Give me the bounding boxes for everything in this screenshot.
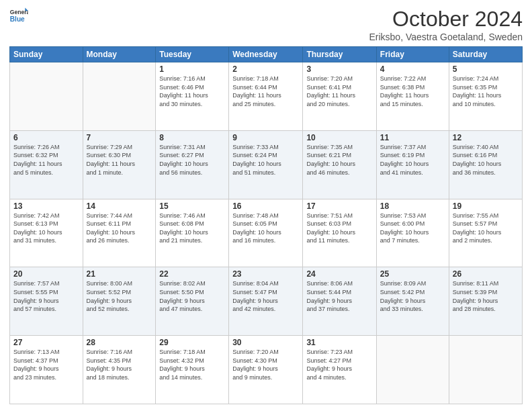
- calendar-week-row: 20Sunrise: 7:57 AM Sunset: 5:55 PM Dayli…: [10, 267, 523, 336]
- day-info: Sunrise: 7:35 AM Sunset: 6:21 PM Dayligh…: [306, 143, 372, 177]
- day-number: 29: [159, 338, 225, 347]
- col-header-thursday: Thursday: [303, 47, 376, 62]
- calendar-week-row: 13Sunrise: 7:42 AM Sunset: 6:13 PM Dayli…: [10, 199, 523, 267]
- page-header: General Blue October 2024 Eriksbo, Vaest…: [9, 7, 523, 42]
- day-number: 20: [13, 269, 79, 279]
- calendar-cell: 12Sunrise: 7:40 AM Sunset: 6:16 PM Dayli…: [449, 130, 522, 199]
- day-number: 25: [380, 269, 445, 279]
- day-number: 28: [87, 338, 152, 347]
- day-info: Sunrise: 7:31 AM Sunset: 6:27 PM Dayligh…: [159, 143, 225, 177]
- calendar-cell: 30Sunrise: 7:20 AM Sunset: 4:30 PM Dayli…: [229, 336, 303, 404]
- day-info: Sunrise: 7:44 AM Sunset: 6:11 PM Dayligh…: [87, 212, 152, 245]
- day-number: 10: [306, 133, 372, 142]
- calendar-cell: 16Sunrise: 7:48 AM Sunset: 6:05 PM Dayli…: [229, 199, 303, 267]
- day-number: 26: [453, 269, 519, 279]
- calendar-cell: [449, 336, 522, 404]
- day-number: 8: [159, 133, 225, 142]
- day-info: Sunrise: 7:24 AM Sunset: 6:35 PM Dayligh…: [453, 75, 519, 108]
- col-header-wednesday: Wednesday: [229, 47, 303, 62]
- day-number: 11: [380, 133, 445, 142]
- calendar-cell: [10, 62, 83, 131]
- day-number: 6: [13, 133, 79, 142]
- logo-icon: General Blue: [9, 7, 28, 26]
- calendar-cell: 27Sunrise: 7:13 AM Sunset: 4:37 PM Dayli…: [10, 336, 83, 404]
- day-number: 2: [232, 64, 299, 74]
- calendar-cell: 11Sunrise: 7:37 AM Sunset: 6:19 PM Dayli…: [376, 130, 449, 199]
- day-number: 9: [232, 133, 299, 142]
- day-info: Sunrise: 8:04 AM Sunset: 5:47 PM Dayligh…: [232, 279, 299, 313]
- day-number: 14: [87, 201, 152, 211]
- calendar-header-row: SundayMondayTuesdayWednesdayThursdayFrid…: [10, 47, 523, 62]
- day-number: 18: [380, 201, 445, 211]
- calendar-cell: 25Sunrise: 8:09 AM Sunset: 5:42 PM Dayli…: [376, 267, 449, 336]
- day-info: Sunrise: 8:06 AM Sunset: 5:44 PM Dayligh…: [306, 279, 372, 313]
- calendar-cell: 3Sunrise: 7:20 AM Sunset: 6:41 PM Daylig…: [303, 62, 376, 131]
- day-info: Sunrise: 7:22 AM Sunset: 6:38 PM Dayligh…: [380, 75, 445, 108]
- calendar-cell: 1Sunrise: 7:16 AM Sunset: 6:46 PM Daylig…: [156, 62, 229, 131]
- calendar-cell: 22Sunrise: 8:02 AM Sunset: 5:50 PM Dayli…: [156, 267, 229, 336]
- calendar-cell: 6Sunrise: 7:26 AM Sunset: 6:32 PM Daylig…: [10, 130, 83, 199]
- calendar-week-row: 1Sunrise: 7:16 AM Sunset: 6:46 PM Daylig…: [10, 62, 523, 131]
- day-info: Sunrise: 7:16 AM Sunset: 6:46 PM Dayligh…: [159, 75, 225, 108]
- day-info: Sunrise: 8:09 AM Sunset: 5:42 PM Dayligh…: [380, 279, 445, 313]
- day-number: 27: [13, 338, 79, 347]
- day-info: Sunrise: 7:33 AM Sunset: 6:24 PM Dayligh…: [232, 143, 299, 177]
- logo: General Blue: [9, 7, 28, 26]
- day-info: Sunrise: 7:23 AM Sunset: 4:27 PM Dayligh…: [306, 348, 372, 381]
- col-header-tuesday: Tuesday: [156, 47, 229, 62]
- calendar-cell: 28Sunrise: 7:16 AM Sunset: 4:35 PM Dayli…: [83, 336, 156, 404]
- calendar-cell: 26Sunrise: 8:11 AM Sunset: 5:39 PM Dayli…: [449, 267, 522, 336]
- location-subtitle: Eriksbo, Vaestra Goetaland, Sweden: [369, 32, 523, 42]
- calendar-cell: 29Sunrise: 7:18 AM Sunset: 4:32 PM Dayli…: [156, 336, 229, 404]
- day-info: Sunrise: 8:11 AM Sunset: 5:39 PM Dayligh…: [453, 279, 519, 313]
- calendar-cell: 9Sunrise: 7:33 AM Sunset: 6:24 PM Daylig…: [229, 130, 303, 199]
- calendar-cell: 7Sunrise: 7:29 AM Sunset: 6:30 PM Daylig…: [83, 130, 156, 199]
- day-info: Sunrise: 8:02 AM Sunset: 5:50 PM Dayligh…: [159, 279, 225, 313]
- day-number: 23: [232, 269, 299, 279]
- col-header-sunday: Sunday: [10, 47, 83, 62]
- day-number: 17: [306, 201, 372, 211]
- day-number: 7: [87, 133, 152, 142]
- day-info: Sunrise: 7:16 AM Sunset: 4:35 PM Dayligh…: [87, 348, 152, 381]
- day-info: Sunrise: 7:29 AM Sunset: 6:30 PM Dayligh…: [87, 143, 152, 177]
- day-info: Sunrise: 7:46 AM Sunset: 6:08 PM Dayligh…: [159, 212, 225, 245]
- calendar-cell: 8Sunrise: 7:31 AM Sunset: 6:27 PM Daylig…: [156, 130, 229, 199]
- day-number: 4: [380, 64, 445, 74]
- day-number: 24: [306, 269, 372, 279]
- calendar-week-row: 27Sunrise: 7:13 AM Sunset: 4:37 PM Dayli…: [10, 336, 523, 404]
- calendar-page: General Blue October 2024 Eriksbo, Vaest…: [0, 0, 532, 411]
- calendar-cell: 13Sunrise: 7:42 AM Sunset: 6:13 PM Dayli…: [10, 199, 83, 267]
- day-info: Sunrise: 7:26 AM Sunset: 6:32 PM Dayligh…: [13, 143, 79, 177]
- day-number: 3: [306, 64, 372, 74]
- col-header-saturday: Saturday: [449, 47, 522, 62]
- day-number: 15: [159, 201, 225, 211]
- calendar-cell: 17Sunrise: 7:51 AM Sunset: 6:03 PM Dayli…: [303, 199, 376, 267]
- day-info: Sunrise: 7:20 AM Sunset: 6:41 PM Dayligh…: [306, 75, 372, 108]
- col-header-friday: Friday: [376, 47, 449, 62]
- calendar-cell: 31Sunrise: 7:23 AM Sunset: 4:27 PM Dayli…: [303, 336, 376, 404]
- calendar-cell: 21Sunrise: 8:00 AM Sunset: 5:52 PM Dayli…: [83, 267, 156, 336]
- day-number: 5: [453, 64, 519, 74]
- day-info: Sunrise: 7:51 AM Sunset: 6:03 PM Dayligh…: [306, 212, 372, 245]
- day-info: Sunrise: 7:48 AM Sunset: 6:05 PM Dayligh…: [232, 212, 299, 245]
- calendar-table: SundayMondayTuesdayWednesdayThursdayFrid…: [9, 46, 523, 404]
- day-number: 31: [306, 338, 372, 347]
- day-info: Sunrise: 7:40 AM Sunset: 6:16 PM Dayligh…: [453, 143, 519, 177]
- title-block: October 2024 Eriksbo, Vaestra Goetaland,…: [369, 7, 523, 42]
- calendar-cell: 14Sunrise: 7:44 AM Sunset: 6:11 PM Dayli…: [83, 199, 156, 267]
- month-title: October 2024: [369, 7, 523, 32]
- calendar-cell: 24Sunrise: 8:06 AM Sunset: 5:44 PM Dayli…: [303, 267, 376, 336]
- day-number: 30: [232, 338, 299, 347]
- calendar-cell: 2Sunrise: 7:18 AM Sunset: 6:44 PM Daylig…: [229, 62, 303, 131]
- calendar-cell: 20Sunrise: 7:57 AM Sunset: 5:55 PM Dayli…: [10, 267, 83, 336]
- day-number: 21: [87, 269, 152, 279]
- day-info: Sunrise: 7:37 AM Sunset: 6:19 PM Dayligh…: [380, 143, 445, 177]
- calendar-cell: 23Sunrise: 8:04 AM Sunset: 5:47 PM Dayli…: [229, 267, 303, 336]
- day-number: 13: [13, 201, 79, 211]
- day-info: Sunrise: 7:53 AM Sunset: 6:00 PM Dayligh…: [380, 212, 445, 245]
- day-number: 22: [159, 269, 225, 279]
- day-info: Sunrise: 7:42 AM Sunset: 6:13 PM Dayligh…: [13, 212, 79, 245]
- day-info: Sunrise: 7:55 AM Sunset: 5:57 PM Dayligh…: [453, 212, 519, 245]
- day-info: Sunrise: 7:57 AM Sunset: 5:55 PM Dayligh…: [13, 279, 79, 313]
- day-number: 19: [453, 201, 519, 211]
